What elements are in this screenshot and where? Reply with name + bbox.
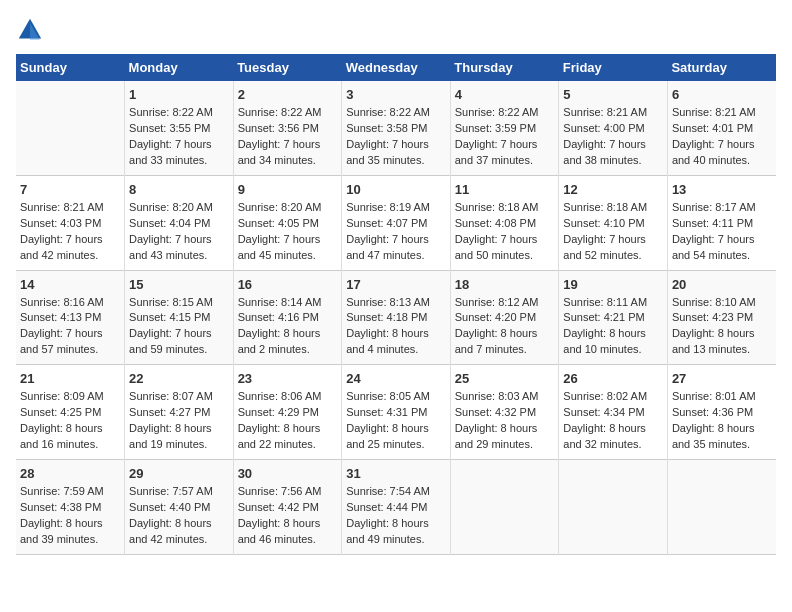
cell-info-line: and 42 minutes. (20, 248, 120, 264)
day-cell: 26Sunrise: 8:02 AMSunset: 4:34 PMDayligh… (559, 365, 668, 460)
cell-info-line: Sunrise: 8:06 AM (238, 389, 338, 405)
cell-info-line: Sunset: 4:18 PM (346, 310, 446, 326)
day-cell: 28Sunrise: 7:59 AMSunset: 4:38 PMDayligh… (16, 460, 125, 555)
cell-info-line: Sunrise: 8:18 AM (455, 200, 555, 216)
day-header-thursday: Thursday (450, 54, 559, 81)
day-cell: 19Sunrise: 8:11 AMSunset: 4:21 PMDayligh… (559, 270, 668, 365)
day-number: 25 (455, 371, 555, 386)
day-cell: 3Sunrise: 8:22 AMSunset: 3:58 PMDaylight… (342, 81, 451, 175)
cell-info-line: and 10 minutes. (563, 342, 663, 358)
day-cell (667, 460, 776, 555)
cell-info-line: and 35 minutes. (672, 437, 772, 453)
cell-info-line: Sunrise: 8:07 AM (129, 389, 229, 405)
cell-info-line: Sunset: 4:00 PM (563, 121, 663, 137)
cell-info-line: Sunrise: 8:12 AM (455, 295, 555, 311)
cell-info-line: and 19 minutes. (129, 437, 229, 453)
cell-info-line: and 2 minutes. (238, 342, 338, 358)
cell-info-line: Sunrise: 8:02 AM (563, 389, 663, 405)
cell-info-line: Sunset: 4:15 PM (129, 310, 229, 326)
cell-info-line: Sunset: 4:11 PM (672, 216, 772, 232)
cell-info-line: Sunrise: 8:03 AM (455, 389, 555, 405)
cell-info-line: Sunset: 4:27 PM (129, 405, 229, 421)
cell-info-line: Sunset: 4:21 PM (563, 310, 663, 326)
day-header-wednesday: Wednesday (342, 54, 451, 81)
week-row-5: 28Sunrise: 7:59 AMSunset: 4:38 PMDayligh… (16, 460, 776, 555)
day-cell: 7Sunrise: 8:21 AMSunset: 4:03 PMDaylight… (16, 175, 125, 270)
cell-info-line: Sunrise: 8:14 AM (238, 295, 338, 311)
day-number: 8 (129, 182, 229, 197)
cell-info-line: Sunset: 4:36 PM (672, 405, 772, 421)
cell-info-line: Daylight: 8 hours (672, 421, 772, 437)
cell-info-line: Sunset: 4:05 PM (238, 216, 338, 232)
cell-info-line: Sunset: 4:42 PM (238, 500, 338, 516)
day-number: 22 (129, 371, 229, 386)
cell-info-line: Daylight: 8 hours (20, 421, 120, 437)
day-number: 17 (346, 277, 446, 292)
day-cell: 27Sunrise: 8:01 AMSunset: 4:36 PMDayligh… (667, 365, 776, 460)
cell-info-line: and 4 minutes. (346, 342, 446, 358)
day-number: 23 (238, 371, 338, 386)
cell-info-line: Sunrise: 8:20 AM (129, 200, 229, 216)
day-number: 29 (129, 466, 229, 481)
day-number: 2 (238, 87, 338, 102)
cell-info-line: Daylight: 7 hours (346, 137, 446, 153)
day-number: 11 (455, 182, 555, 197)
day-cell: 9Sunrise: 8:20 AMSunset: 4:05 PMDaylight… (233, 175, 342, 270)
day-cell: 21Sunrise: 8:09 AMSunset: 4:25 PMDayligh… (16, 365, 125, 460)
cell-info-line: Sunrise: 8:20 AM (238, 200, 338, 216)
day-number: 14 (20, 277, 120, 292)
day-header-tuesday: Tuesday (233, 54, 342, 81)
cell-info-line: and 47 minutes. (346, 248, 446, 264)
calendar-table: SundayMondayTuesdayWednesdayThursdayFrid… (16, 54, 776, 555)
cell-info-line: Sunrise: 8:11 AM (563, 295, 663, 311)
day-cell: 22Sunrise: 8:07 AMSunset: 4:27 PMDayligh… (125, 365, 234, 460)
cell-info-line: and 7 minutes. (455, 342, 555, 358)
cell-info-line: Daylight: 8 hours (238, 516, 338, 532)
cell-info-line: Daylight: 7 hours (238, 137, 338, 153)
day-number: 6 (672, 87, 772, 102)
cell-info-line: Sunrise: 8:05 AM (346, 389, 446, 405)
cell-info-line: Sunrise: 8:13 AM (346, 295, 446, 311)
cell-info-line: Sunrise: 7:59 AM (20, 484, 120, 500)
day-cell: 1Sunrise: 8:22 AMSunset: 3:55 PMDaylight… (125, 81, 234, 175)
cell-info-line: Sunset: 4:31 PM (346, 405, 446, 421)
cell-info-line: Daylight: 8 hours (672, 326, 772, 342)
cell-info-line: and 32 minutes. (563, 437, 663, 453)
cell-info-line: and 38 minutes. (563, 153, 663, 169)
day-cell: 11Sunrise: 8:18 AMSunset: 4:08 PMDayligh… (450, 175, 559, 270)
day-cell: 17Sunrise: 8:13 AMSunset: 4:18 PMDayligh… (342, 270, 451, 365)
cell-info-line: Sunrise: 8:19 AM (346, 200, 446, 216)
cell-info-line: Sunset: 4:23 PM (672, 310, 772, 326)
day-cell: 24Sunrise: 8:05 AMSunset: 4:31 PMDayligh… (342, 365, 451, 460)
day-number: 31 (346, 466, 446, 481)
cell-info-line: Sunrise: 8:21 AM (672, 105, 772, 121)
cell-info-line: Sunrise: 8:09 AM (20, 389, 120, 405)
cell-info-line: Sunset: 4:01 PM (672, 121, 772, 137)
cell-info-line: Sunrise: 8:01 AM (672, 389, 772, 405)
day-number: 7 (20, 182, 120, 197)
logo (16, 16, 48, 44)
cell-info-line: and 42 minutes. (129, 532, 229, 548)
cell-info-line: and 37 minutes. (455, 153, 555, 169)
cell-info-line: Daylight: 7 hours (672, 137, 772, 153)
cell-info-line: and 57 minutes. (20, 342, 120, 358)
cell-info-line: Sunrise: 8:22 AM (238, 105, 338, 121)
cell-info-line: Sunset: 4:25 PM (20, 405, 120, 421)
cell-info-line: Sunrise: 8:10 AM (672, 295, 772, 311)
logo-icon (16, 16, 44, 44)
cell-info-line: and 59 minutes. (129, 342, 229, 358)
cell-info-line: Daylight: 8 hours (20, 516, 120, 532)
day-number: 24 (346, 371, 446, 386)
page-header (16, 16, 776, 44)
cell-info-line: and 33 minutes. (129, 153, 229, 169)
cell-info-line: Sunset: 4:07 PM (346, 216, 446, 232)
cell-info-line: Daylight: 7 hours (563, 137, 663, 153)
cell-info-line: Daylight: 8 hours (129, 516, 229, 532)
cell-info-line: Sunset: 4:03 PM (20, 216, 120, 232)
day-cell: 18Sunrise: 8:12 AMSunset: 4:20 PMDayligh… (450, 270, 559, 365)
cell-info-line: Sunrise: 7:54 AM (346, 484, 446, 500)
cell-info-line: and 25 minutes. (346, 437, 446, 453)
cell-info-line: Sunrise: 8:15 AM (129, 295, 229, 311)
day-cell: 23Sunrise: 8:06 AMSunset: 4:29 PMDayligh… (233, 365, 342, 460)
day-number: 10 (346, 182, 446, 197)
